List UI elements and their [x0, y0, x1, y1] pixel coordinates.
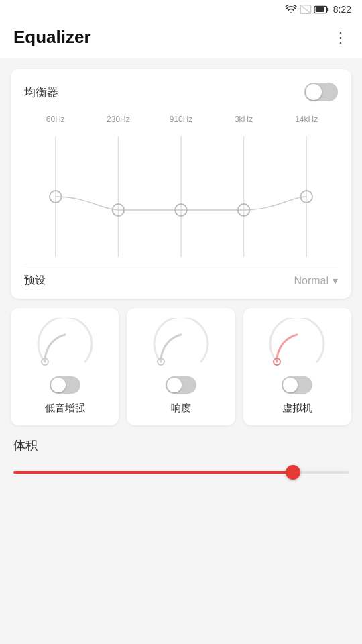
effect-bass-boost: 低音增强 [11, 308, 119, 425]
eq-sliders-container [24, 129, 338, 264]
svg-point-14 [300, 191, 312, 203]
loudness-knob[interactable] [151, 321, 211, 368]
bass-boost-toggle-knob [51, 378, 66, 392]
eq-toggle[interactable] [304, 83, 338, 101]
volume-section: 体积 [11, 435, 351, 476]
svg-point-12 [175, 204, 187, 216]
eq-header: 均衡器 [24, 83, 338, 101]
eq-curve [24, 129, 338, 264]
battery-icon [314, 5, 329, 14]
bass-boost-label: 低音增强 [45, 402, 85, 415]
freq-label-14khz: 14kHz [275, 115, 338, 124]
preset-row: 预设 Normal ▾ [24, 264, 338, 288]
virtualizer-toggle[interactable] [282, 376, 312, 394]
svg-point-11 [113, 204, 125, 216]
svg-point-13 [238, 204, 250, 216]
svg-rect-4 [315, 7, 324, 12]
effect-loudness: 响度 [127, 308, 235, 425]
svg-rect-3 [326, 7, 328, 11]
eq-label: 均衡器 [24, 85, 58, 100]
preset-value: Normal [294, 275, 328, 287]
preset-select[interactable]: Normal ▾ [294, 274, 338, 287]
bass-boost-knob[interactable] [35, 321, 95, 368]
effect-virtualizer: 虚拟机 [243, 308, 351, 425]
preset-arrow-icon: ▾ [333, 274, 338, 287]
freq-label-3khz: 3kHz [213, 115, 276, 124]
effects-row: 低音增强 响度 [11, 308, 351, 425]
volume-label: 体积 [11, 437, 351, 453]
loudness-toggle[interactable] [166, 376, 196, 394]
eq-toggle-knob [306, 84, 322, 100]
loudness-label: 响度 [171, 402, 191, 415]
page-title: Equalizer [13, 27, 91, 48]
loudness-knob-svg [151, 318, 211, 372]
volume-slider-wrap [11, 464, 351, 476]
freq-label-910hz: 910Hz [149, 115, 213, 124]
status-icons [285, 5, 329, 14]
svg-point-10 [50, 191, 62, 203]
signal-icon [300, 5, 312, 14]
bass-boost-toggle[interactable] [50, 376, 80, 394]
virtualizer-toggle-knob [283, 378, 298, 392]
main-content: 均衡器 60Hz 230Hz 910Hz 3kHz 14kHz [0, 58, 362, 487]
virtualizer-knob[interactable] [267, 321, 327, 368]
freq-label-230hz: 230Hz [87, 115, 150, 124]
loudness-toggle-knob [167, 378, 182, 392]
status-bar: 8:22 [0, 0, 362, 19]
svg-line-1 [301, 6, 310, 13]
wifi-icon [285, 5, 297, 14]
menu-button[interactable]: ⋮ [333, 29, 349, 46]
virtualizer-label: 虚拟机 [282, 402, 312, 415]
volume-slider[interactable] [13, 471, 349, 474]
freq-labels: 60Hz 230Hz 910Hz 3kHz 14kHz [24, 115, 338, 124]
preset-label: 预设 [24, 274, 46, 288]
freq-label-60hz: 60Hz [24, 115, 87, 124]
virtualizer-knob-svg [267, 318, 327, 372]
status-time: 8:22 [333, 4, 351, 15]
equalizer-card: 均衡器 60Hz 230Hz 910Hz 3kHz 14kHz [11, 69, 351, 299]
bass-boost-knob-svg [35, 318, 95, 372]
app-header: Equalizer ⋮ [0, 19, 362, 58]
